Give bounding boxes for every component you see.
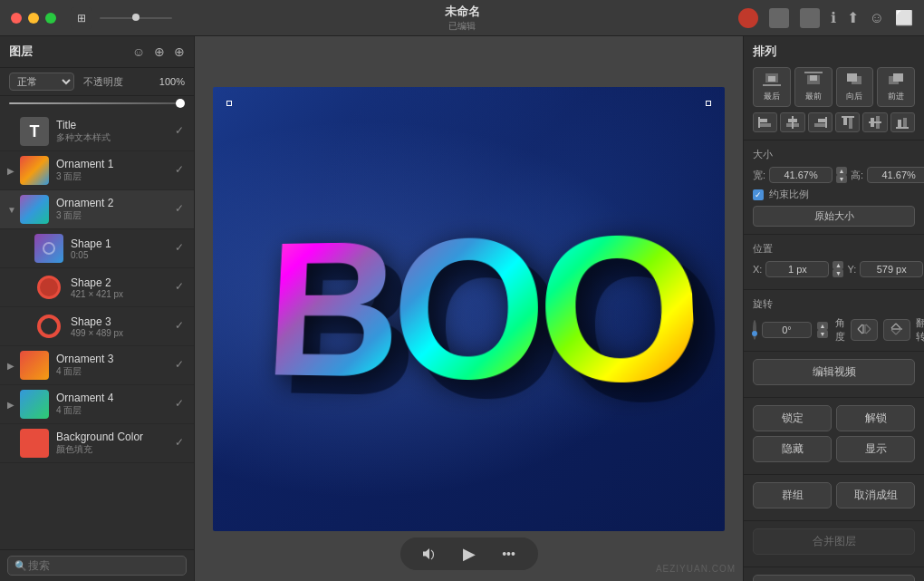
x-input[interactable] bbox=[765, 261, 829, 277]
flip-v-button[interactable] bbox=[883, 319, 910, 341]
arrange-top-button[interactable]: 最前 bbox=[794, 67, 833, 107]
lock-button[interactable]: 锁定 bbox=[753, 405, 832, 431]
layer-item-ornament1[interactable]: ▶ Ornament 1 3 面层 ✓ bbox=[0, 151, 194, 190]
flip-h-button[interactable] bbox=[851, 319, 878, 341]
search-icon: 🔍 bbox=[14, 560, 27, 572]
smiley-layers-icon[interactable]: ☺ bbox=[132, 44, 145, 59]
reset-size-button[interactable]: 原始大小 bbox=[753, 206, 915, 227]
zoom-slider[interactable] bbox=[100, 17, 172, 19]
arrange-forward-label: 前进 bbox=[888, 91, 904, 102]
x-stepper[interactable]: ▲ ▼ bbox=[833, 261, 843, 277]
angle-down-btn[interactable]: ▼ bbox=[817, 330, 828, 338]
align-left-button[interactable] bbox=[753, 112, 777, 132]
layer-detail: 499 × 489 px bbox=[71, 328, 172, 338]
canvas-area: BOO BOO ▶ ••• AEZIYUAN.COM bbox=[195, 36, 743, 581]
layer-visible-check[interactable]: ✓ bbox=[172, 202, 187, 217]
minimize-button[interactable] bbox=[28, 13, 39, 24]
volume-button[interactable] bbox=[419, 543, 440, 565]
width-down-btn[interactable]: ▼ bbox=[836, 175, 847, 183]
expand-icon[interactable]: ▶ bbox=[7, 166, 20, 176]
group-button[interactable]: 群组 bbox=[753, 482, 832, 508]
close-button[interactable] bbox=[11, 13, 22, 24]
expand-icon[interactable]: ▶ bbox=[7, 361, 20, 371]
share-icon[interactable] bbox=[769, 8, 789, 28]
maximize-button[interactable] bbox=[45, 13, 56, 24]
layer-visible-check[interactable]: ✓ bbox=[172, 124, 187, 139]
expand-icon[interactable]: ⬜ bbox=[895, 9, 913, 26]
layer-detail: 3 面层 bbox=[56, 209, 172, 222]
layer-thumb-shape3 bbox=[34, 312, 63, 341]
layer-visible-check[interactable]: ✓ bbox=[172, 436, 187, 450]
width-up-btn[interactable]: ▲ bbox=[836, 167, 847, 175]
align-top-button[interactable] bbox=[835, 112, 860, 132]
align-middle-button[interactable] bbox=[862, 112, 887, 132]
edit-video-button[interactable]: 编辑视频 bbox=[753, 359, 915, 385]
width-stepper[interactable]: ▲ ▼ bbox=[836, 167, 847, 183]
layer-visible-check[interactable]: ✓ bbox=[172, 163, 187, 178]
align-bottom-button[interactable] bbox=[890, 112, 915, 132]
layer-visible-check[interactable]: ✓ bbox=[172, 241, 187, 256]
group-row: 群组 取消成组 bbox=[753, 482, 915, 508]
arrange-backward-button[interactable]: 向后 bbox=[836, 67, 874, 107]
ungroup-button[interactable]: 取消成组 bbox=[836, 482, 915, 508]
layer-thumb-shape1 bbox=[34, 234, 63, 263]
hide-button[interactable]: 隐藏 bbox=[753, 436, 832, 462]
layer-item-title[interactable]: T Title 多种文本样式 ✓ bbox=[0, 112, 194, 151]
layer-visible-check[interactable]: ✓ bbox=[172, 280, 187, 295]
align-right-button[interactable] bbox=[808, 112, 833, 132]
show-button[interactable]: 显示 bbox=[836, 436, 915, 462]
layer-item-ornament4[interactable]: ▶ Ornament 4 4 面层 ✓ bbox=[0, 385, 194, 424]
svg-rect-26 bbox=[898, 120, 901, 127]
align-center-v-button[interactable] bbox=[780, 112, 804, 132]
x-down-btn[interactable]: ▼ bbox=[833, 269, 843, 277]
angle-stepper[interactable]: ▲ ▼ bbox=[817, 322, 828, 338]
play-button[interactable]: ▶ bbox=[458, 543, 480, 565]
layer-visible-check[interactable]: ✓ bbox=[172, 358, 187, 373]
export-icon[interactable] bbox=[800, 8, 820, 28]
expand-icon[interactable]: ▶ bbox=[7, 400, 20, 410]
expand-icon[interactable]: ▼ bbox=[7, 205, 20, 215]
search-input[interactable] bbox=[7, 556, 187, 576]
unlock-button[interactable]: 解锁 bbox=[836, 405, 915, 431]
layer-detail: 3 面层 bbox=[56, 170, 172, 183]
angle-up-btn[interactable]: ▲ bbox=[817, 322, 828, 330]
transform-button[interactable]: 变换... bbox=[753, 575, 915, 581]
window-controls[interactable] bbox=[11, 13, 56, 24]
selection-handle bbox=[706, 101, 711, 106]
layers-stack-icon[interactable]: ⊕ bbox=[154, 44, 165, 59]
rotation-dial[interactable] bbox=[753, 320, 756, 340]
layer-item-ornament3[interactable]: ▶ Ornament 3 4 面层 ✓ bbox=[0, 346, 194, 385]
more-button[interactable]: ••• bbox=[498, 543, 520, 565]
align-grid bbox=[753, 112, 915, 132]
record-icon[interactable] bbox=[738, 8, 758, 28]
arrange-forward-button[interactable]: 前进 bbox=[877, 67, 915, 107]
merge-button[interactable]: 合并图层 bbox=[753, 528, 915, 555]
layer-item-ornament2[interactable]: ▼ Ornament 2 3 面层 ✓ bbox=[0, 190, 194, 229]
layer-item-shape3[interactable]: Shape 3 499 × 489 px ✓ bbox=[0, 307, 194, 346]
svg-rect-18 bbox=[814, 123, 825, 127]
blend-mode-select[interactable]: 正常 bbox=[9, 73, 74, 91]
layer-visible-check[interactable]: ✓ bbox=[172, 397, 187, 412]
sidebar-search: 🔍 bbox=[0, 549, 194, 581]
panel-toggle-icon[interactable]: ⊞ bbox=[71, 7, 92, 29]
arrange-bottom-button[interactable]: 最后 bbox=[753, 67, 791, 107]
lock-ratio-checkbox[interactable]: ✓ bbox=[753, 189, 764, 200]
layer-item-shape1[interactable]: Shape 1 0:05 ✓ bbox=[0, 229, 194, 268]
add-layer-icon[interactable]: ⊕ bbox=[174, 44, 185, 59]
y-input[interactable] bbox=[860, 261, 923, 277]
opacity-slider[interactable] bbox=[9, 99, 185, 108]
x-up-btn[interactable]: ▲ bbox=[833, 261, 843, 269]
info-icon[interactable]: ℹ bbox=[831, 9, 836, 26]
layer-info-shape3: Shape 3 499 × 489 px bbox=[71, 315, 172, 338]
svg-rect-14 bbox=[788, 119, 797, 122]
layer-visible-check[interactable]: ✓ bbox=[172, 319, 187, 334]
angle-input[interactable] bbox=[762, 322, 812, 338]
titlebar: ⊞ 未命名 已编辑 ℹ ⬆ ☺ ⬜ bbox=[0, 0, 924, 36]
layer-item-bgcolor[interactable]: Background Color 颜色填充 ✓ bbox=[0, 424, 194, 463]
height-input[interactable] bbox=[867, 167, 924, 183]
width-input[interactable] bbox=[769, 167, 833, 183]
smiley-icon[interactable]: ☺ bbox=[870, 10, 884, 26]
layer-item-shape2[interactable]: Shape 2 421 × 421 px ✓ bbox=[0, 268, 194, 307]
layer-thumb-title: T bbox=[20, 117, 49, 146]
share2-icon[interactable]: ⬆ bbox=[847, 9, 859, 26]
